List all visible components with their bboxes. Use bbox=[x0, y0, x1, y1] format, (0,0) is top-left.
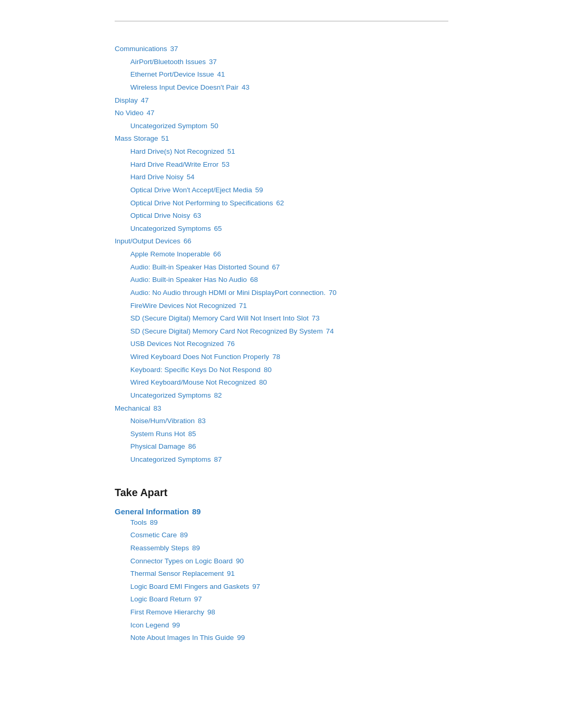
general-info-item-link[interactable]: Thermal Sensor Replacement bbox=[130, 570, 224, 577]
toc-item: SD (Secure Digital) Memory Card Will Not… bbox=[130, 312, 448, 325]
general-info-link[interactable]: General Information bbox=[115, 507, 189, 516]
general-info-item: Connector Types on Logic Board90 bbox=[130, 554, 448, 567]
toc-link[interactable]: Mass Storage bbox=[115, 134, 158, 142]
general-info-item: Reassembly Steps89 bbox=[130, 541, 448, 554]
toc-page-number: 83 bbox=[153, 404, 161, 412]
toc-item: No Video47 bbox=[115, 106, 448, 119]
toc-link[interactable]: Audio: No Audio through HDMI or Mini Dis… bbox=[130, 289, 325, 297]
toc-link[interactable]: Uncategorized Symptoms bbox=[130, 225, 211, 232]
toc-item: Mass Storage51 bbox=[115, 132, 448, 145]
toc-link[interactable]: Noise/Hum/Vibration bbox=[130, 417, 195, 425]
general-info-item-link[interactable]: Connector Types on Logic Board bbox=[130, 557, 232, 565]
toc-link[interactable]: Uncategorized Symptoms bbox=[130, 455, 211, 463]
toc-link[interactable]: Physical Damage bbox=[130, 442, 185, 450]
general-info-item-page: 99 bbox=[237, 634, 245, 641]
toc-link[interactable]: Uncategorized Symptom bbox=[130, 122, 207, 130]
toc-page-number: 66 bbox=[183, 237, 191, 245]
toc-link[interactable]: Mechanical bbox=[115, 404, 150, 412]
top-divider bbox=[115, 21, 448, 21]
toc-item: Uncategorized Symptoms87 bbox=[130, 453, 448, 466]
toc-link[interactable]: Hard Drive(s) Not Recognized bbox=[130, 147, 224, 155]
toc-item: Optical Drive Won't Accept/Eject Media59 bbox=[130, 183, 448, 196]
toc-link[interactable]: Hard Drive Read/Write Error bbox=[130, 161, 218, 168]
toc-link[interactable]: Optical Drive Not Performing to Specific… bbox=[130, 199, 273, 207]
general-info-item-link[interactable]: Icon Legend bbox=[130, 621, 169, 629]
toc-item: Audio: Built-in Speaker Has Distorted So… bbox=[130, 261, 448, 274]
toc-page-number: 78 bbox=[272, 353, 280, 361]
toc-link[interactable]: Audio: Built-in Speaker Has Distorted So… bbox=[130, 263, 269, 271]
general-info-item-link[interactable]: Reassembly Steps bbox=[130, 544, 189, 552]
general-info-item: Logic Board EMI Fingers and Gaskets97 bbox=[130, 580, 448, 593]
toc-page-number: 66 bbox=[213, 250, 221, 258]
general-info-item-page: 89 bbox=[180, 531, 188, 539]
toc-link[interactable]: Input/Output Devices bbox=[115, 237, 180, 245]
general-info-item: Thermal Sensor Replacement91 bbox=[130, 567, 448, 580]
toc-item: Display47 bbox=[115, 94, 448, 107]
general-info-heading-row: General Information89 bbox=[115, 507, 448, 516]
toc-link[interactable]: Wired Keyboard Does Not Function Properl… bbox=[130, 353, 269, 361]
toc-link[interactable]: SD (Secure Digital) Memory Card Will Not… bbox=[130, 314, 309, 322]
toc-item: Optical Drive Noisy63 bbox=[130, 209, 448, 222]
general-info-item: First Remove Hierarchy98 bbox=[130, 606, 448, 619]
toc-page-number: 37 bbox=[170, 45, 178, 53]
toc-page-number: 37 bbox=[209, 58, 217, 66]
toc-item: Audio: Built-in Speaker Has No Audio68 bbox=[130, 273, 448, 286]
general-info-item-link[interactable]: Logic Board Return bbox=[130, 595, 191, 603]
toc-page-number: 85 bbox=[188, 430, 196, 438]
toc-page-number: 70 bbox=[328, 289, 336, 297]
toc-link[interactable]: Display bbox=[115, 96, 138, 104]
toc-link[interactable]: Communications bbox=[115, 45, 167, 53]
toc-item: Wired Keyboard/Mouse Not Recognized80 bbox=[130, 376, 448, 389]
take-apart-heading: Take Apart bbox=[115, 487, 448, 499]
general-info-item-page: 99 bbox=[172, 621, 180, 629]
general-info-item-link[interactable]: Cosmetic Care bbox=[130, 531, 177, 539]
toc-item: Input/Output Devices66 bbox=[115, 235, 448, 248]
toc-item: FireWire Devices Not Recognized71 bbox=[130, 299, 448, 312]
toc-link[interactable]: Ethernet Port/Device Issue bbox=[130, 70, 214, 78]
toc-link[interactable]: Hard Drive Noisy bbox=[130, 173, 183, 181]
toc-link[interactable]: Apple Remote Inoperable bbox=[130, 250, 210, 258]
toc-page-number: 51 bbox=[227, 147, 235, 155]
toc-page-number: 80 bbox=[259, 378, 267, 386]
toc-link[interactable]: Audio: Built-in Speaker Has No Audio bbox=[130, 276, 247, 283]
toc-link[interactable]: FireWire Devices Not Recognized bbox=[130, 302, 236, 310]
toc-page-number: 65 bbox=[214, 225, 222, 232]
toc-link[interactable]: Wired Keyboard/Mouse Not Recognized bbox=[130, 378, 256, 386]
toc-page-number: 83 bbox=[198, 417, 206, 425]
general-info-item-page: 97 bbox=[252, 583, 260, 590]
toc-item: USB Devices Not Recognized76 bbox=[130, 337, 448, 350]
toc-link[interactable]: System Runs Hot bbox=[130, 430, 185, 438]
general-info-item-link[interactable]: Tools bbox=[130, 519, 147, 526]
toc-link[interactable]: Optical Drive Won't Accept/Eject Media bbox=[130, 186, 252, 194]
general-info-items: Tools89Cosmetic Care89Reassembly Steps89… bbox=[115, 516, 448, 644]
toc-link[interactable]: Optical Drive Noisy bbox=[130, 212, 190, 219]
toc-item: System Runs Hot85 bbox=[130, 427, 448, 440]
toc-page-number: 50 bbox=[211, 122, 218, 130]
toc-item: Wireless Input Device Doesn't Pair43 bbox=[130, 81, 448, 94]
toc-item: Uncategorized Symptoms65 bbox=[130, 222, 448, 235]
toc-page-number: 74 bbox=[326, 327, 334, 335]
toc-link[interactable]: SD (Secure Digital) Memory Card Not Reco… bbox=[130, 327, 323, 335]
general-info-page: 89 bbox=[192, 507, 201, 516]
toc-item: Noise/Hum/Vibration83 bbox=[130, 414, 448, 427]
toc-page-number: 47 bbox=[141, 96, 149, 104]
toc-link[interactable]: No Video bbox=[115, 109, 143, 117]
toc-page-number: 86 bbox=[188, 442, 196, 450]
toc-item: Hard Drive(s) Not Recognized51 bbox=[130, 145, 448, 158]
general-info-item-link[interactable]: Note About Images In This Guide bbox=[130, 634, 234, 641]
toc-item: SD (Secure Digital) Memory Card Not Reco… bbox=[130, 325, 448, 338]
toc-link[interactable]: AirPort/Bluetooth Issues bbox=[130, 58, 206, 66]
toc-link[interactable]: Uncategorized Symptoms bbox=[130, 391, 211, 399]
toc-page-number: 41 bbox=[217, 70, 225, 78]
toc-item: Physical Damage86 bbox=[130, 440, 448, 453]
toc-item: Audio: No Audio through HDMI or Mini Dis… bbox=[130, 286, 448, 299]
general-info-item-link[interactable]: Logic Board EMI Fingers and Gaskets bbox=[130, 583, 249, 590]
toc-link[interactable]: Wireless Input Device Doesn't Pair bbox=[130, 83, 238, 91]
toc-link[interactable]: USB Devices Not Recognized bbox=[130, 340, 224, 348]
general-info-item: Tools89 bbox=[130, 516, 448, 529]
toc-link[interactable]: Keyboard: Specific Keys Do Not Respond bbox=[130, 366, 261, 374]
general-info-item-link[interactable]: First Remove Hierarchy bbox=[130, 608, 204, 616]
toc-item: Mechanical83 bbox=[115, 402, 448, 415]
toc-list: Communications37AirPort/Bluetooth Issues… bbox=[115, 42, 448, 466]
toc-page-number: 71 bbox=[239, 302, 247, 310]
